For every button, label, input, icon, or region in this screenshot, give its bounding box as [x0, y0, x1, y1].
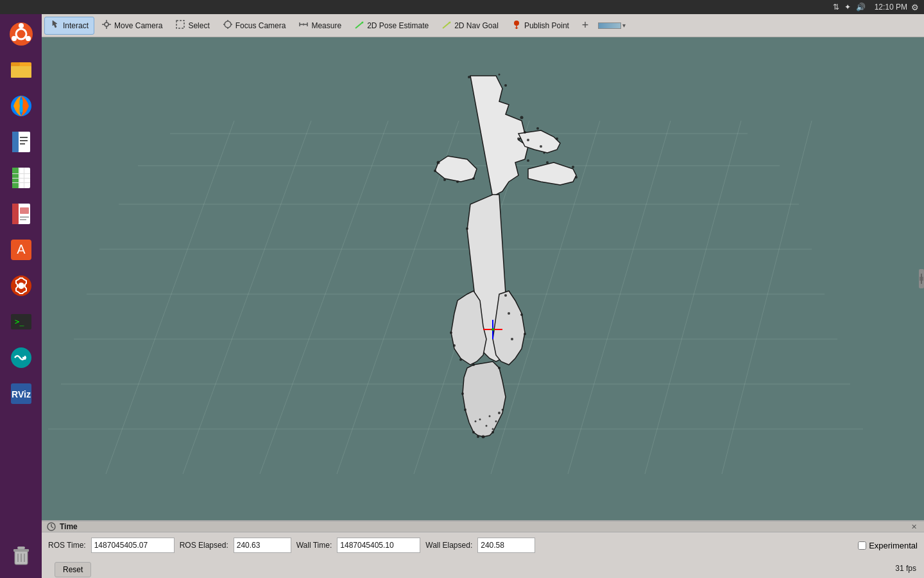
sidebar-item-firefox[interactable] — [4, 89, 38, 123]
nav-goal-button[interactable]: 2D Nav Goal — [436, 17, 504, 35]
svg-text:>_: >_ — [15, 317, 24, 326]
svg-marker-87 — [463, 362, 506, 437]
system-settings-icon[interactable]: ⚙ — [911, 3, 919, 12]
sidebar-item-impress[interactable] — [4, 197, 38, 231]
select-button[interactable]: Select — [169, 17, 215, 35]
viewport[interactable] — [42, 37, 924, 520]
color-bar-dropdown[interactable]: ▾ — [622, 22, 626, 29]
svg-point-94 — [556, 137, 558, 140]
svg-point-88 — [468, 76, 470, 78]
svg-line-72 — [183, 121, 311, 474]
time-panel-title: Time — [60, 522, 78, 531]
svg-line-60 — [443, 22, 450, 28]
svg-point-105 — [504, 294, 507, 297]
svg-point-129 — [540, 145, 542, 148]
move-camera-icon — [101, 19, 112, 31]
wall-elapsed-label: Wall Elapsed: — [425, 541, 472, 550]
wall-time-input[interactable] — [337, 538, 420, 553]
wall-time-label: Wall Time: — [296, 541, 332, 550]
svg-point-106 — [508, 312, 510, 315]
svg-point-121 — [477, 435, 479, 438]
svg-point-126 — [495, 421, 497, 423]
svg-point-95 — [572, 166, 574, 168]
measure-icon — [298, 19, 309, 31]
move-camera-button[interactable]: Move Camera — [96, 17, 168, 35]
ros-time-input[interactable] — [91, 538, 175, 553]
svg-point-112 — [459, 358, 462, 361]
svg-rect-48 — [176, 21, 184, 28]
close-panel-button[interactable]: ✕ — [909, 521, 919, 532]
svg-point-135 — [492, 328, 494, 331]
svg-point-3 — [26, 36, 31, 41]
reset-button[interactable]: Reset — [55, 562, 91, 577]
transfer-icon: ⇅ — [833, 3, 839, 12]
measure-label: Measure — [311, 21, 341, 30]
svg-point-119 — [464, 408, 466, 411]
svg-point-100 — [434, 170, 436, 172]
publish-point-label: Publish Point — [524, 21, 569, 30]
pose-estimate-button[interactable]: 2D Pose Estimate — [348, 17, 434, 35]
sidebar-item-ubuntu[interactable] — [4, 17, 38, 51]
sidebar-item-rviz[interactable]: RViz — [4, 376, 38, 411]
sidebar-item-terminal[interactable]: >_ — [4, 304, 38, 339]
svg-point-103 — [472, 177, 475, 180]
svg-point-2 — [19, 23, 24, 28]
svg-point-132 — [546, 161, 549, 164]
wall-elapsed-input[interactable] — [477, 538, 535, 553]
sidebar-item-trash[interactable] — [4, 538, 38, 573]
svg-point-117 — [481, 435, 484, 439]
add-tool-button[interactable]: + — [576, 17, 594, 35]
svg-point-89 — [498, 74, 500, 76]
experimental-label: Experimental — [869, 541, 918, 550]
sidebar-item-writer[interactable] — [4, 125, 38, 159]
ros-elapsed-input[interactable] — [234, 538, 291, 553]
svg-point-120 — [461, 392, 464, 395]
bottom-row: Reset — [42, 558, 924, 578]
sidebar-item-appstore[interactable]: A — [4, 232, 38, 267]
system-icons: ⇅ ✦ 🔊 — [833, 3, 866, 12]
color-bar[interactable] — [598, 22, 621, 29]
sidebar-item-files[interactable] — [4, 53, 38, 87]
svg-point-122 — [479, 419, 481, 421]
svg-point-31 — [18, 283, 24, 289]
focus-camera-button[interactable]: Focus Camera — [217, 17, 292, 35]
focus-camera-label: Focus Camera — [235, 21, 286, 30]
svg-rect-12 — [12, 132, 19, 152]
publish-point-button[interactable]: Publish Point — [506, 17, 575, 35]
pose-estimate-icon — [354, 19, 364, 31]
svg-point-114 — [498, 367, 501, 369]
main-content: Interact Move Camera Selec — [42, 14, 924, 578]
interact-label: Interact — [63, 21, 89, 30]
svg-marker-86 — [493, 291, 525, 365]
publish-point-icon — [511, 19, 522, 31]
svg-point-101 — [443, 179, 446, 181]
fps-display: 31 fps — [895, 564, 916, 573]
toolbar: Interact Move Camera Selec — [42, 14, 924, 37]
svg-point-124 — [485, 425, 487, 427]
svg-point-93 — [536, 127, 539, 130]
bottom-panel: Time ✕ ROS Time: ROS Elapsed: Wall Time:… — [42, 520, 924, 578]
sidebar-item-calc[interactable] — [4, 161, 38, 195]
sidebar-item-settings[interactable] — [4, 268, 38, 303]
svg-line-141 — [51, 527, 53, 528]
svg-point-34 — [11, 347, 31, 368]
svg-rect-21 — [12, 178, 30, 179]
right-resize-handle[interactable] — [919, 269, 924, 288]
svg-marker-82 — [528, 162, 576, 185]
bluetooth-icon: ✦ — [844, 3, 851, 12]
select-icon — [175, 19, 185, 31]
nav-goal-icon — [441, 19, 452, 31]
svg-rect-20 — [12, 173, 30, 174]
experimental-checkbox-group: Experimental — [858, 541, 918, 550]
experimental-checkbox[interactable] — [858, 541, 866, 550]
svg-point-128 — [492, 428, 493, 430]
svg-point-116 — [492, 431, 494, 434]
measure-button[interactable]: Measure — [293, 17, 347, 35]
select-label: Select — [188, 21, 209, 30]
bottom-panel-header: Time ✕ — [42, 521, 924, 532]
svg-point-99 — [436, 161, 440, 164]
sidebar-item-arduino[interactable] — [4, 340, 38, 375]
svg-line-78 — [645, 121, 741, 474]
interact-button[interactable]: Interact — [44, 17, 94, 35]
pose-estimate-label: 2D Pose Estimate — [367, 21, 429, 30]
